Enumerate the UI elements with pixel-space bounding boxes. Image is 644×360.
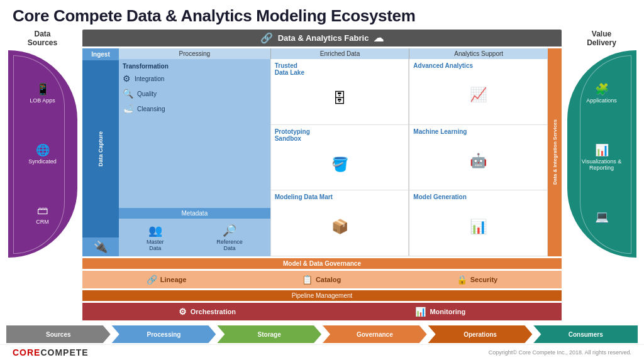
lob-apps-icon: 📱 <box>36 82 50 96</box>
legend-consumers: Consumers <box>533 325 638 343</box>
master-data-item: 👥 MasterData <box>147 224 164 251</box>
legend-operations: Operations <box>428 325 533 343</box>
trusted-lake-title: TrustedData Lake <box>275 62 405 76</box>
orchestration-label: Orchestration <box>191 308 236 315</box>
modeling-data-mart-cell: Modeling Data Mart 📦 <box>270 190 409 256</box>
machine-learning-icon: 🤖 <box>413 135 543 187</box>
lineage-label: Lineage <box>160 276 187 283</box>
data-sources-circle: 📱 LOB Apps 🌐 Syndicated 🗃 CRM <box>8 50 77 258</box>
prototyping-sandbox-cell: PrototypingSandbox 🪣 <box>270 125 409 191</box>
value-delivery-label: ValueDelivery <box>587 30 616 48</box>
advanced-analytics-cell: Advanced Analytics 📈 <box>409 59 548 125</box>
data-sources-label: DataSources <box>28 30 57 48</box>
orchestration-item: ⚙ Orchestration <box>179 307 236 317</box>
visualizations-item: 📊 Visualizations &Reporting <box>582 143 621 171</box>
catalog-icon: 📋 <box>302 275 313 285</box>
integration-item: ⚙ Integration <box>123 74 267 84</box>
row3: Modeling Data Mart 📦 Model Generation 📊 <box>270 190 548 256</box>
row2: PrototypingSandbox 🪣 Machine Learning 🤖 <box>270 125 548 191</box>
transformation-area: Transformation ⚙ Integration 🔍 Quality 🛁… <box>119 59 270 208</box>
catalog-item: 📋 Catalog <box>302 275 341 285</box>
footer: CORE COMPETE Copyright© Core Compete Inc… <box>0 344 644 360</box>
model-generation-title: Model Generation <box>413 194 543 200</box>
legend-governance: Governance <box>323 325 427 343</box>
ingest-bottom-icon: 🔌 <box>82 237 119 256</box>
prototyping-title: PrototypingSandbox <box>275 128 405 142</box>
applications-label: Applications <box>586 97 617 104</box>
security-icon: 🔒 <box>457 275 467 285</box>
logo-compete: COMPETE <box>40 347 88 357</box>
applications-icon: 🧩 <box>595 82 609 96</box>
reference-data-label: ReferenceData <box>216 239 243 251</box>
row1: TrustedData Lake 🗄 Advanced Analytics 📈 <box>270 59 548 125</box>
cleansing-item: 🛁 Cleansing <box>123 104 267 114</box>
modeling-mart-icon: 📦 <box>275 200 405 253</box>
quality-label: Quality <box>137 90 157 97</box>
advanced-analytics-title: Advanced Analytics <box>413 62 543 69</box>
master-data-icon: 👥 <box>148 224 162 237</box>
monitoring-icon: 📊 <box>415 307 426 317</box>
integration-icon: ⚙ <box>123 74 131 84</box>
advanced-analytics-icon: 📈 <box>413 69 543 121</box>
model-generation-icon: 📊 <box>413 200 543 253</box>
catalog-label: Catalog <box>316 276 341 283</box>
enriched-data-header: Enriched Data <box>270 48 409 59</box>
delivery-bottom-item: 💻 <box>595 210 609 225</box>
copyright: Copyright© Core Compete Inc., 2018. All … <box>489 349 631 356</box>
reference-data-icon: 🔎 <box>223 224 236 237</box>
data-capture-label: Data Capture <box>82 60 119 237</box>
lineage-item: 🔗 Lineage <box>147 275 187 285</box>
logo: CORE COMPETE <box>13 347 89 357</box>
source-crm: 🗃 CRM <box>36 204 49 225</box>
machine-learning-title: Machine Learning <box>413 128 543 135</box>
metadata-label: Metadata <box>119 208 270 219</box>
value-delivery-circle: 🧩 Applications 📊 Visualizations &Reporti… <box>567 50 636 258</box>
trusted-lake-icon: 🗄 <box>275 76 405 121</box>
crm-icon: 🗃 <box>37 204 48 217</box>
visualizations-icon: 📊 <box>595 143 609 157</box>
security-item: 🔒 Security <box>457 275 497 285</box>
applications-item: 🧩 Applications <box>586 82 617 104</box>
visualizations-label: Visualizations &Reporting <box>582 158 621 171</box>
quality-icon: 🔍 <box>123 89 133 99</box>
center-panel: 🔗 Data & Analytics Fabric ☁ Ingest Data … <box>82 30 562 320</box>
bottom-legend: Sources Processing Storage Governance Op… <box>6 325 638 343</box>
security-label: Security <box>470 276 497 283</box>
top-headers: Enriched Data Analytics Support <box>270 48 548 59</box>
page: Core Compete Data & Analytics Modeling E… <box>0 0 644 360</box>
pipeline-header: Pipeline Management <box>82 290 562 301</box>
legend-storage: Storage <box>217 325 321 343</box>
sources-semicircle: 📱 LOB Apps 🌐 Syndicated 🗃 CRM <box>8 50 77 258</box>
page-title: Core Compete Data & Analytics Modeling E… <box>0 0 644 30</box>
ingest-label: Ingest <box>82 48 119 60</box>
fabric-icon-right: ☁ <box>374 32 384 44</box>
delivery-bottom-icon: 💻 <box>595 210 609 224</box>
analytics-support-header: Analytics Support <box>409 48 548 59</box>
monitoring-label: Monitoring <box>430 308 465 315</box>
fabric-header: 🔗 Data & Analytics Fabric ☁ <box>82 30 562 46</box>
orchestration-icon: ⚙ <box>179 307 187 317</box>
processing-column: Processing Transformation ⚙ Integration … <box>119 48 270 256</box>
monitoring-item: 📊 Monitoring <box>415 307 465 317</box>
integration-services-sidebar: Data & Integration Services <box>548 48 562 256</box>
quality-item: 🔍 Quality <box>123 89 267 99</box>
reference-data-item: 🔎 ReferenceData <box>216 224 243 251</box>
model-generation-cell: Model Generation 📊 <box>409 190 548 256</box>
integration-label: Integration <box>135 75 164 82</box>
legend-sources: Sources <box>6 325 111 343</box>
cleansing-icon: 🛁 <box>123 104 133 114</box>
fabric-icon-left: 🔗 <box>260 32 273 44</box>
governance-items: 🔗 Lineage 📋 Catalog 🔒 Security <box>82 271 562 288</box>
left-panel: DataSources 📱 LOB Apps 🌐 Syndicated 🗃 CR… <box>6 30 79 320</box>
legend-processing: Processing <box>112 325 216 343</box>
syndicated-icon: 🌐 <box>36 143 50 157</box>
master-ref-area: 👥 MasterData 🔎 ReferenceData <box>119 219 270 256</box>
transformation-label: Transformation <box>123 63 267 70</box>
processing-header: Processing <box>119 48 270 59</box>
main-content: DataSources 📱 LOB Apps 🌐 Syndicated 🗃 CR… <box>0 30 644 323</box>
fabric-body: Ingest Data Capture 🔌 Processing Transfo… <box>82 48 562 256</box>
lineage-icon: 🔗 <box>147 275 157 285</box>
integration-services-label: Data & Integration Services <box>552 119 558 185</box>
right-panel: ValueDelivery 🧩 Applications 📊 Visualiza… <box>565 30 638 320</box>
logo-core: CORE <box>13 347 40 357</box>
